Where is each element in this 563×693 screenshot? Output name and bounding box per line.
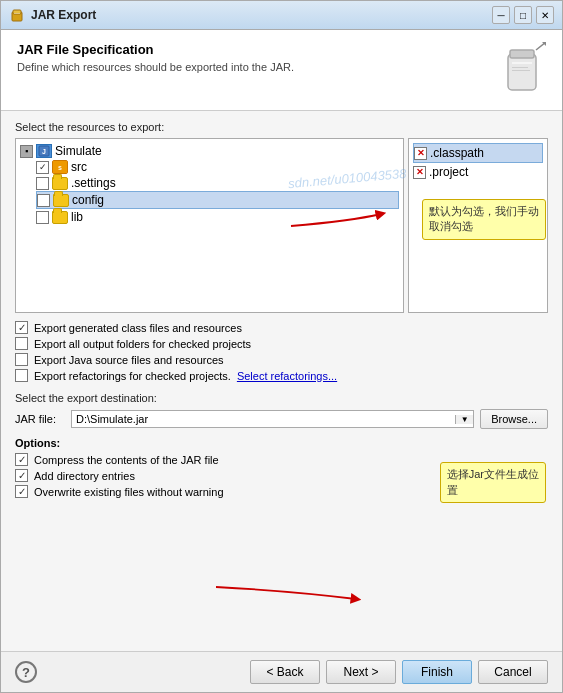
export-java-label: Export Java source files and resources	[34, 354, 224, 366]
checkbox-row-2: Export all output folders for checked pr…	[15, 337, 548, 350]
minimize-button[interactable]: ─	[492, 6, 510, 24]
folder-icon-settings	[52, 177, 68, 190]
tree-panel: ▪ J Simulate ✓ s	[15, 138, 404, 313]
checkbox-overwrite[interactable]	[15, 485, 28, 498]
export-output-label: Export all output folders for checked pr…	[34, 338, 251, 350]
list-item[interactable]: ✕ .classpath	[413, 143, 543, 163]
header-subtitle: Define which resources should be exporte…	[17, 61, 294, 73]
export-refactor-label: Export refactorings for checked projects…	[34, 370, 231, 382]
settings-label: .settings	[71, 176, 116, 190]
folder-icon-lib	[52, 211, 68, 224]
list-item[interactable]: .settings	[36, 175, 399, 191]
jar-file-row: JAR file: ▼ Browse...	[15, 409, 548, 429]
x-checkbox-classpath[interactable]: ✕	[414, 147, 427, 160]
footer-left: ?	[15, 661, 37, 683]
dropdown-arrow[interactable]: ▼	[455, 415, 473, 424]
export-dest-section: Select the export destination: JAR file:…	[15, 392, 548, 429]
project-icon: J	[36, 144, 52, 158]
svg-rect-3	[508, 54, 536, 90]
jar-icon	[498, 42, 546, 98]
maximize-button[interactable]: □	[514, 6, 532, 24]
help-button[interactable]: ?	[15, 661, 37, 683]
list-item[interactable]: lib	[36, 209, 399, 225]
dialog-footer: ? < Back Next > Finish Cancel	[1, 651, 562, 692]
options-label: Options:	[15, 437, 548, 449]
title-bar: JAR Export ─ □ ✕	[1, 1, 562, 30]
checkbox-export-refactor[interactable]	[15, 369, 28, 382]
jar-export-dialog: JAR Export ─ □ ✕ JAR File Specification …	[0, 0, 563, 693]
simulate-label: Simulate	[55, 144, 102, 158]
src-label: src	[71, 160, 87, 174]
jar-title-icon	[9, 7, 25, 23]
svg-rect-6	[512, 67, 528, 68]
finish-button[interactable]: Finish	[402, 660, 472, 684]
checkbox-compress[interactable]	[15, 453, 28, 466]
list-item[interactable]: ✕ .project	[413, 163, 543, 181]
tree-checkbox-settings[interactable]	[36, 177, 49, 190]
dialog-body: Select the resources to export: ▪ J Simu…	[1, 111, 562, 651]
checkbox-export-class[interactable]	[15, 321, 28, 334]
tree-checkbox-simulate[interactable]: ▪	[20, 145, 33, 158]
checkbox-export-output[interactable]	[15, 337, 28, 350]
export-options: Export generated class files and resourc…	[15, 321, 548, 382]
title-bar-controls: ─ □ ✕	[492, 6, 554, 24]
classpath-label: .classpath	[430, 146, 484, 160]
select-refactorings-link[interactable]: Select refactorings...	[237, 370, 337, 382]
checkbox-row-4: Export refactorings for checked projects…	[15, 369, 548, 382]
jar-input-wrapper: ▼	[71, 410, 474, 428]
svg-text:s: s	[58, 164, 62, 171]
header-title: JAR File Specification	[17, 42, 294, 57]
tree-checkbox-src[interactable]: ✓	[36, 161, 49, 174]
list-item[interactable]: ✓ s src	[36, 159, 399, 175]
list-item[interactable]: config	[36, 191, 399, 209]
checkbox-row-1: Export generated class files and resourc…	[15, 321, 548, 334]
svg-text:J: J	[42, 148, 46, 155]
svg-rect-5	[512, 62, 532, 64]
tree-checkbox-config[interactable]	[37, 194, 50, 207]
checkbox-row-3: Export Java source files and resources	[15, 353, 548, 366]
tree-checkbox-lib[interactable]	[36, 211, 49, 224]
src-icon: s	[52, 160, 68, 174]
checkbox-directory[interactable]	[15, 469, 28, 482]
back-button[interactable]: < Back	[250, 660, 320, 684]
browse-button[interactable]: Browse...	[480, 409, 548, 429]
config-label: config	[72, 193, 104, 207]
x-checkbox-project[interactable]: ✕	[413, 166, 426, 179]
checkbox-export-java[interactable]	[15, 353, 28, 366]
close-button[interactable]: ✕	[536, 6, 554, 24]
next-button[interactable]: Next >	[326, 660, 396, 684]
annotation-bubble-2: 选择Jar文件生成位置	[440, 462, 546, 503]
compress-label: Compress the contents of the JAR file	[34, 454, 219, 466]
svg-rect-7	[512, 70, 530, 71]
title-bar-left: JAR Export	[9, 7, 96, 23]
cancel-button[interactable]: Cancel	[478, 660, 548, 684]
header-text: JAR File Specification Define which reso…	[17, 42, 294, 73]
svg-rect-2	[14, 13, 20, 14]
svg-rect-4	[510, 50, 534, 58]
footer-buttons: < Back Next > Finish Cancel	[250, 660, 548, 684]
overwrite-label: Overwrite existing files without warning	[34, 486, 224, 498]
jar-file-label: JAR file:	[15, 413, 65, 425]
jar-file-input[interactable]	[72, 411, 455, 427]
export-dest-label: Select the export destination:	[15, 392, 548, 404]
directory-label: Add directory entries	[34, 470, 135, 482]
annotation-bubble-1: 默认为勾选，我们手动取消勾选	[422, 199, 546, 240]
export-class-label: Export generated class files and resourc…	[34, 322, 242, 334]
project-label: .project	[429, 165, 468, 179]
list-item[interactable]: ▪ J Simulate	[20, 143, 399, 159]
resources-section-label: Select the resources to export:	[15, 121, 548, 133]
title-bar-text: JAR Export	[31, 8, 96, 22]
lib-label: lib	[71, 210, 83, 224]
folder-icon-config	[53, 194, 69, 207]
dialog-header: JAR File Specification Define which reso…	[1, 30, 562, 111]
